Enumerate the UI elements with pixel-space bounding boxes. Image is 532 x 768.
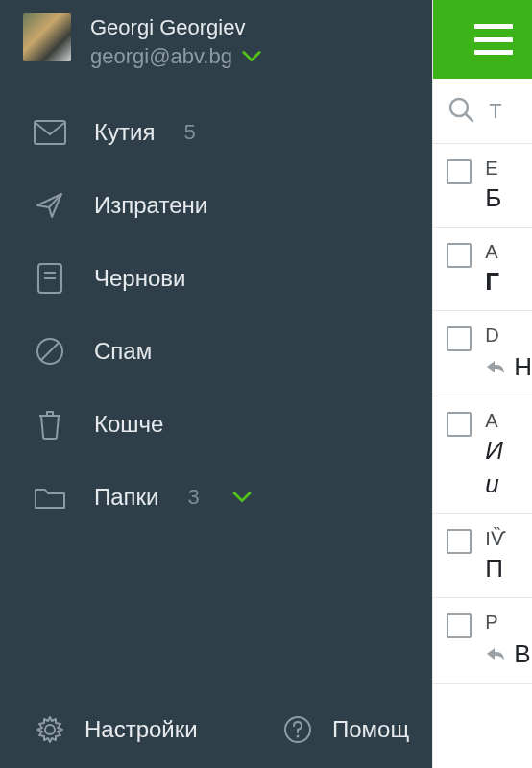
settings-label: Настройки xyxy=(85,716,198,743)
trash-icon xyxy=(33,407,67,442)
sidebar-item-drafts[interactable]: Чернови xyxy=(0,242,432,315)
mail-sender: D xyxy=(485,324,498,347)
mail-item[interactable]: E Б xyxy=(433,144,532,228)
mail-subject: П xyxy=(485,554,506,584)
checkbox[interactable] xyxy=(447,159,472,184)
paper-plane-icon xyxy=(33,188,67,223)
search-bar[interactable]: Т xyxy=(433,79,532,144)
search-icon xyxy=(447,95,475,128)
mail-item[interactable]: A Г xyxy=(433,228,532,311)
search-placeholder: Т xyxy=(489,99,501,124)
mail-subject: И xyxy=(485,436,503,466)
sidebar-item-spam[interactable]: Спам xyxy=(0,315,432,388)
nav-label: Кошче xyxy=(94,411,163,438)
sidebar-item-inbox[interactable]: Кутия 5 xyxy=(0,96,432,169)
checkbox[interactable] xyxy=(447,326,472,351)
help-label: Помощ xyxy=(332,716,409,743)
mail-list: E Б A Г D Н xyxy=(433,144,532,768)
profile-name: Georgi Georgiev xyxy=(90,15,261,40)
hamburger-icon[interactable] xyxy=(474,24,513,55)
checkbox[interactable] xyxy=(447,243,472,268)
nav-list: Кутия 5 Изпратени Чернови Спам Кош xyxy=(0,79,432,534)
checkbox[interactable] xyxy=(447,412,472,437)
folder-icon xyxy=(33,480,67,515)
mail-sender: A xyxy=(485,241,499,263)
block-icon xyxy=(33,334,67,369)
envelope-icon xyxy=(33,115,67,150)
settings-button[interactable]: Настройки xyxy=(33,712,198,747)
checkbox[interactable] xyxy=(447,613,472,638)
mail-item[interactable]: A И и xyxy=(433,396,532,514)
nav-label: Кутия xyxy=(94,119,155,146)
mail-subject: Н xyxy=(514,352,532,382)
mail-item[interactable]: IѶ П xyxy=(433,514,532,598)
nav-count: 3 xyxy=(188,485,200,510)
chevron-down-icon[interactable] xyxy=(242,51,261,62)
help-icon xyxy=(280,712,315,747)
nav-count: 5 xyxy=(183,120,195,145)
document-icon xyxy=(33,261,67,296)
svg-line-6 xyxy=(41,343,59,360)
mail-sender: IѶ xyxy=(485,527,506,550)
avatar[interactable] xyxy=(23,13,71,61)
checkbox[interactable] xyxy=(447,529,472,554)
mail-subject: В xyxy=(514,639,530,669)
sidebar-item-sent[interactable]: Изпратени xyxy=(0,169,432,242)
help-button[interactable]: Помощ xyxy=(280,712,409,747)
mail-sender: P xyxy=(485,612,497,634)
nav-label: Изпратени xyxy=(94,192,207,219)
sidebar-footer: Настройки Помощ xyxy=(0,691,432,768)
svg-line-12 xyxy=(466,114,472,121)
profile-text: Georgi Georgiev georgi@abv.bg xyxy=(90,13,261,69)
mail-subject-line2: и xyxy=(485,469,503,499)
svg-point-10 xyxy=(297,735,300,738)
gear-icon xyxy=(33,712,67,747)
svg-point-8 xyxy=(45,725,55,734)
mail-sender: A xyxy=(485,410,503,432)
main-panel: Т E Б A Г D Н xyxy=(432,0,532,768)
profile-section[interactable]: Georgi Georgiev georgi@abv.bg xyxy=(0,0,432,79)
sidebar-item-folders[interactable]: Папки 3 xyxy=(0,461,432,534)
mail-item[interactable]: D Н xyxy=(433,311,532,396)
mail-subject: Б xyxy=(485,183,501,213)
nav-label: Папки xyxy=(94,484,159,511)
nav-label: Спам xyxy=(94,338,152,365)
profile-email: georgi@abv.bg xyxy=(90,44,232,69)
svg-rect-0 xyxy=(35,121,65,144)
reply-icon xyxy=(485,358,506,379)
mail-sender: E xyxy=(485,157,501,180)
topbar xyxy=(433,0,532,79)
mail-subject: Г xyxy=(485,267,499,297)
sidebar: Georgi Georgiev georgi@abv.bg Кутия 5 Из… xyxy=(0,0,432,768)
nav-label: Чернови xyxy=(94,265,185,292)
profile-email-row[interactable]: georgi@abv.bg xyxy=(90,44,261,69)
chevron-down-icon[interactable] xyxy=(232,492,252,503)
sidebar-item-trash[interactable]: Кошче xyxy=(0,388,432,461)
mail-item[interactable]: P В xyxy=(433,598,532,684)
reply-icon xyxy=(485,645,506,666)
